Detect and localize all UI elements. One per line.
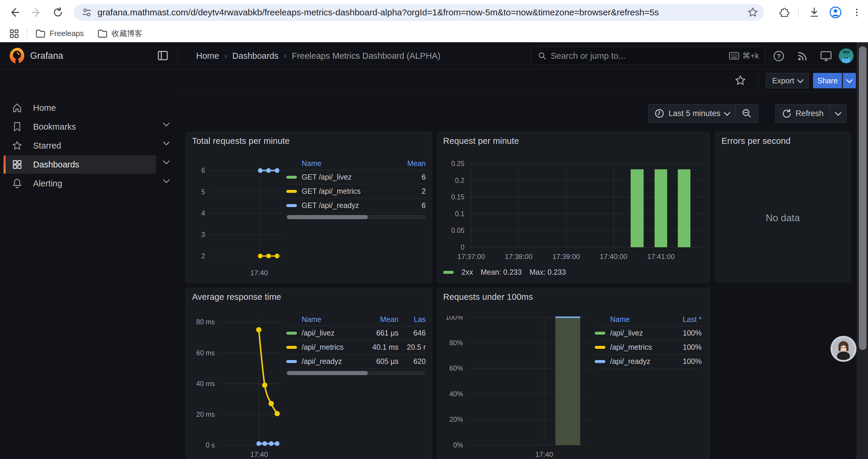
panel-title[interactable]: Requests under 100ms [443, 292, 533, 302]
url-bar[interactable]: grafana.mathmast.com/d/deytv4rwavabkb/fr… [74, 4, 764, 21]
legend-row[interactable]: /api/_readyz 605 µs 620 [286, 355, 426, 369]
grafana-logo[interactable] [8, 47, 26, 65]
chart-requests-under-100ms[interactable]: 100%80%60%40%20%0%17:40 [442, 316, 596, 459]
grafana-brand[interactable]: Grafana [30, 42, 63, 69]
legend-row[interactable]: GET /api/_readyz 6 [286, 198, 426, 213]
extensions-icon[interactable] [775, 4, 792, 21]
series-color-dash [286, 360, 297, 363]
series-color-dash [595, 346, 606, 349]
legend-row[interactable]: /api/_livez 661 µs 646 [286, 326, 426, 340]
sidebar: Home Bookmarks Starred Dashboards Alerti… [0, 69, 178, 459]
active-indicator [4, 155, 6, 174]
browser-reload-button[interactable] [50, 4, 66, 21]
svg-text:0.25: 0.25 [451, 160, 464, 167]
browser-back-button[interactable] [6, 4, 23, 21]
chevron-down-icon[interactable] [164, 160, 170, 166]
panel-title[interactable]: Errors per second [721, 136, 790, 146]
chevron-down-icon[interactable] [164, 179, 170, 185]
panel-requests-under-100ms: Requests under 100ms 100%80%60%40%20%0%1… [437, 288, 710, 459]
svg-text:60 ms: 60 ms [196, 349, 215, 357]
series-mean: Mean: 0.233 [481, 268, 522, 276]
refresh-button[interactable]: Refresh [776, 104, 830, 123]
download-icon[interactable] [806, 4, 823, 21]
sidebar-item-alerting[interactable]: Alerting [4, 174, 156, 193]
chevron-down-icon [797, 76, 804, 83]
share-menu-button[interactable] [843, 73, 856, 88]
chart-average-response-time[interactable]: 80 ms60 ms40 ms20 ms0 s17:40 [191, 316, 286, 459]
breadcrumb-home[interactable]: Home [196, 51, 219, 61]
sidebar-item-dashboards[interactable]: Dashboards [4, 155, 156, 174]
legend-inline[interactable]: 2xx Mean: 0.233 Max: 0.233 [443, 268, 566, 276]
user-avatar[interactable] [838, 48, 854, 64]
extension-avatar-button[interactable] [830, 335, 857, 362]
series-color-dash [286, 190, 297, 193]
legend-table: Name Mean Las /api/_livez 661 µs 646 /ap… [286, 313, 426, 375]
chevron-down-icon[interactable] [164, 123, 170, 129]
svg-text:17:40: 17:40 [250, 269, 268, 277]
legend-row[interactable]: /api/_livez 100% [595, 326, 702, 340]
panel-title[interactable]: Average response time [192, 292, 281, 302]
panel-title[interactable]: Total requests per minute [192, 136, 290, 146]
star-dashboard-button[interactable] [734, 74, 747, 87]
page-scrollbar[interactable] [857, 42, 868, 459]
back-icon [8, 7, 20, 18]
sidebar-toggle-button[interactable] [157, 49, 169, 62]
sidebar-item-label: Alerting [33, 179, 62, 189]
browser-forward-button[interactable] [28, 4, 45, 21]
legend-scrollbar-thumb[interactable] [287, 215, 368, 219]
chart-request-per-minute[interactable]: 0.250.20.150.10.05017:37:0017:38:0017:39… [442, 160, 706, 268]
dashboards-grid-icon [12, 159, 23, 170]
legend-header-name[interactable]: Name [286, 159, 393, 168]
legend-row[interactable]: /api/_readyz 100% [595, 355, 702, 369]
legend-scrollbar[interactable] [286, 215, 426, 219]
star-icon [12, 140, 23, 151]
toolbar-separator [758, 73, 758, 88]
apps-grid-icon[interactable] [6, 25, 23, 42]
legend-row[interactable]: GET /api/_metrics 2 [286, 184, 426, 198]
search-input[interactable]: Search or jump to... ⌘+k [531, 47, 765, 65]
tune-icon[interactable] [82, 7, 92, 18]
legend-header-name[interactable]: Name [286, 315, 361, 324]
legend-header-name[interactable]: Name [595, 315, 666, 324]
series-name[interactable]: 2xx [462, 268, 473, 276]
legend-row[interactable]: /api/_metrics 100% [595, 340, 702, 355]
sidebar-item-starred[interactable]: Starred [4, 136, 156, 155]
time-range-group: Last 5 minutes [648, 104, 758, 123]
svg-text:17:40: 17:40 [535, 451, 553, 458]
legend-header-last[interactable]: Last * [666, 315, 702, 324]
legend-table: Name Mean GET /api/_livez 6 GET /api/_me… [286, 157, 426, 219]
news-rss-icon[interactable] [796, 49, 809, 63]
help-icon[interactable]: ? [772, 49, 785, 63]
legend-header-mean[interactable]: Mean [361, 315, 399, 324]
legend-header-mean[interactable]: Mean [393, 159, 426, 168]
sidebar-item-bookmarks[interactable]: Bookmarks [4, 118, 156, 136]
panel-title[interactable]: Request per minute [443, 136, 519, 146]
bookmark-folder-blogs[interactable]: 收藏博客 [93, 27, 147, 40]
profile-icon[interactable] [827, 4, 844, 21]
breadcrumb-dashboards[interactable]: Dashboards [232, 51, 278, 61]
series-color-dash [595, 332, 606, 335]
sidebar-item-home[interactable]: Home [4, 99, 156, 117]
legend-header-last[interactable]: Las [399, 315, 426, 324]
monitor-icon[interactable] [819, 49, 833, 63]
bookmark-star-icon[interactable] [745, 4, 761, 21]
legend-row[interactable]: /api/_metrics 40.1 ms 20.5 r [286, 340, 426, 355]
browser-menu-icon[interactable] [848, 4, 865, 21]
zoom-out-button[interactable] [735, 104, 758, 123]
zoom-out-icon [742, 108, 752, 119]
share-button[interactable]: Share [813, 73, 842, 88]
chart-total-requests[interactable]: 6543217:40 [191, 160, 286, 278]
refresh-group: Refresh [775, 104, 847, 123]
legend-scrollbar-thumb[interactable] [287, 371, 368, 375]
legend-scrollbar[interactable] [286, 371, 426, 375]
svg-text:3: 3 [201, 231, 205, 238]
refresh-interval-button[interactable] [830, 104, 846, 123]
chevron-down-icon[interactable] [164, 141, 170, 147]
svg-text:20%: 20% [450, 416, 463, 423]
legend-row[interactable]: GET /api/_livez 6 [286, 170, 426, 184]
time-range-picker[interactable]: Last 5 minutes [649, 104, 735, 123]
bookmark-folder-freeleaps[interactable]: Freeleaps [31, 27, 88, 40]
export-button[interactable]: Export [766, 73, 809, 88]
breadcrumb: Home › Dashboards › Freeleaps Metrics Da… [196, 42, 440, 69]
page-scrollbar-thumb[interactable] [859, 46, 867, 350]
